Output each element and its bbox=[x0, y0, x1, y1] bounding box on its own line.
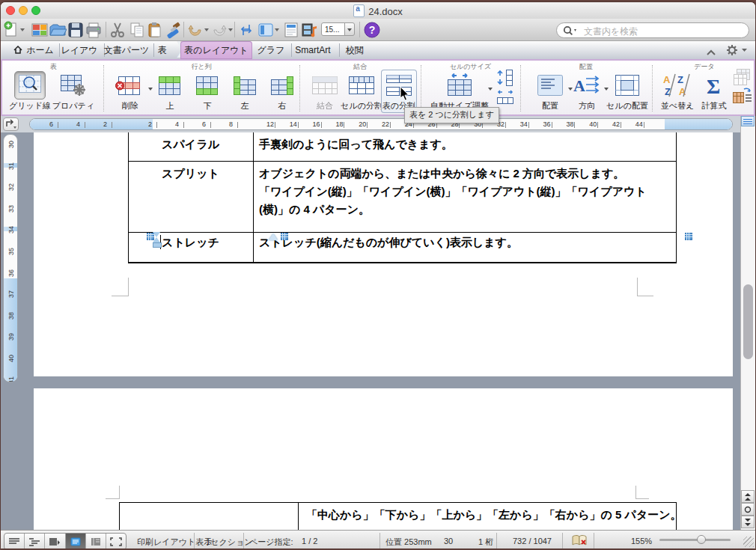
zoom-select-dropdown[interactable] bbox=[344, 22, 355, 36]
distribute-rows-button[interactable] bbox=[496, 68, 515, 88]
hruler-tick bbox=[390, 122, 391, 128]
window-resize-grip[interactable] bbox=[743, 537, 754, 547]
open-button[interactable] bbox=[49, 21, 67, 39]
print-button[interactable] bbox=[85, 21, 103, 39]
table-cell-desc[interactable]: (横)」の 4 パターン。 bbox=[259, 203, 370, 217]
outline-view-button[interactable] bbox=[25, 534, 45, 549]
svg-text:?: ? bbox=[369, 24, 376, 36]
document-elements-button[interactable] bbox=[282, 21, 300, 39]
hanging-indent-marker[interactable] bbox=[153, 237, 160, 242]
table-column-marker[interactable] bbox=[685, 233, 692, 240]
search-input[interactable] bbox=[582, 24, 743, 38]
new-document-button[interactable] bbox=[3, 21, 21, 39]
table-cell-desc[interactable]: 「ワイプイン(縦)」「ワイプイン(横)」「ワイプアウト(縦)」「ワイプアウト bbox=[259, 185, 647, 199]
help-button[interactable]: ? bbox=[363, 21, 381, 39]
search-icon[interactable] bbox=[563, 25, 578, 36]
collapse-ribbon-button[interactable] bbox=[706, 46, 716, 53]
table-cell-term[interactable]: スプリット bbox=[128, 167, 253, 181]
table-border bbox=[128, 232, 677, 233]
tab-0[interactable]: ホーム bbox=[11, 41, 56, 59]
cell-margins-icon bbox=[606, 71, 649, 100]
table-cell-term[interactable]: スパイラル bbox=[128, 138, 253, 152]
table-border bbox=[128, 161, 677, 162]
formula-button[interactable]: Σ 計算式 bbox=[697, 70, 731, 113]
copy-button[interactable] bbox=[128, 21, 146, 39]
gallery-button[interactable] bbox=[31, 21, 49, 39]
notebook-view-button[interactable] bbox=[86, 534, 106, 549]
char-count[interactable]: 732 / 1047 bbox=[513, 537, 552, 546]
page-indicator-label[interactable]: ページ指定: bbox=[249, 537, 293, 548]
view-layout-button[interactable] bbox=[257, 21, 275, 39]
view-mode-label[interactable]: 印刷レイアウト表示 bbox=[137, 537, 212, 548]
horizontal-ruler[interactable]: 6422468121416182022242628303234363840424… bbox=[29, 118, 733, 130]
undo-button[interactable] bbox=[186, 21, 204, 39]
first-line-indent-marker[interactable] bbox=[153, 232, 160, 237]
page-indicator-value[interactable]: 1 / 2 bbox=[302, 537, 317, 546]
status-separator bbox=[496, 533, 497, 549]
spelling-status-icon[interactable] bbox=[571, 534, 588, 549]
tab-active-4[interactable]: 表のレイアウト bbox=[180, 41, 252, 59]
ribbon-settings-gear-icon[interactable] bbox=[725, 44, 748, 56]
draft-view-button[interactable] bbox=[4, 534, 25, 549]
autofit-dropdown[interactable] bbox=[488, 88, 493, 91]
tab-5[interactable]: グラフ bbox=[254, 41, 288, 59]
ribbon-tab-bar: ホームレイアウト文書パーツ表❯表のレイアウトグラフSmartArt校閲 bbox=[1, 41, 755, 61]
select-browse-object-button[interactable] bbox=[741, 503, 755, 516]
show-marks-button[interactable] bbox=[237, 21, 255, 39]
paste-button[interactable] bbox=[146, 21, 164, 39]
tab-stop-selector[interactable] bbox=[3, 117, 19, 131]
formula-sigma-icon: Σ bbox=[697, 71, 731, 100]
document-canvas[interactable]: 303132333435363738394041 スパイラル 手裏剣のように回っ… bbox=[1, 132, 742, 530]
tab-2[interactable]: 文書パーツ bbox=[103, 41, 150, 59]
new-document-dropdown[interactable] bbox=[20, 28, 25, 31]
zoom-slider-thumb[interactable] bbox=[697, 535, 706, 544]
focus-view-button[interactable] bbox=[106, 534, 126, 549]
status-separator bbox=[243, 533, 244, 549]
tab-7[interactable]: 校閲 bbox=[338, 41, 372, 59]
vruler-number: 40 bbox=[7, 352, 15, 364]
split-window-handle[interactable] bbox=[741, 116, 755, 126]
section-label[interactable]: 1セクション bbox=[206, 537, 252, 548]
redo-dropdown[interactable] bbox=[228, 28, 233, 31]
search-field[interactable] bbox=[556, 22, 749, 38]
autofit-icon bbox=[425, 71, 494, 100]
text-boundary-mark bbox=[119, 486, 120, 499]
view-layout-dropdown[interactable] bbox=[275, 28, 279, 31]
tab-6[interactable]: SmartArt bbox=[290, 41, 336, 59]
format-painter-button[interactable] bbox=[164, 21, 182, 39]
cell-margins-button[interactable]: セルの配置 bbox=[606, 70, 649, 113]
previous-page-button[interactable] bbox=[741, 490, 755, 503]
cut-button[interactable] bbox=[109, 21, 126, 39]
table-properties-button[interactable]: プロパティ bbox=[52, 70, 95, 113]
hruler-number: 20 bbox=[359, 120, 366, 128]
table-column-marker[interactable] bbox=[281, 233, 288, 240]
table-cell-desc[interactable]: オブジェクトの両端から、または中央から徐々に 2 方向で表示します。 bbox=[259, 167, 624, 181]
zoom-slider-track[interactable] bbox=[659, 539, 731, 541]
table-cell-desc[interactable]: 手裏剣のように回って飛んできます。 bbox=[259, 138, 453, 152]
scrollbar-thumb[interactable] bbox=[743, 284, 753, 359]
table-cell-desc[interactable]: ストレッチ(縮んだものが伸びていく)表示します。 bbox=[259, 236, 518, 250]
save-button[interactable] bbox=[67, 21, 85, 39]
convert-table-button[interactable] bbox=[731, 88, 754, 107]
indent-triangle-marker[interactable] bbox=[269, 233, 278, 240]
next-page-button[interactable] bbox=[741, 516, 755, 528]
vertical-scrollbar[interactable] bbox=[740, 116, 755, 530]
left-indent-marker[interactable] bbox=[153, 242, 162, 248]
media-browser-button[interactable] bbox=[300, 21, 318, 39]
redo-button[interactable] bbox=[210, 21, 228, 39]
sort-az-icon: AZZA bbox=[658, 71, 697, 100]
vertical-ruler[interactable]: 303132333435363738394041 bbox=[3, 134, 18, 382]
svg-text:Σ: Σ bbox=[707, 75, 720, 97]
tab-3[interactable]: 表 bbox=[152, 41, 173, 59]
hruler-number: 2 bbox=[103, 120, 107, 128]
undo-dropdown[interactable] bbox=[204, 28, 209, 31]
distribute-columns-button[interactable] bbox=[496, 89, 515, 106]
title-bar: 24.docx bbox=[1, 2, 755, 19]
publishing-view-button[interactable] bbox=[45, 534, 65, 549]
table-cell-desc[interactable]: 「中心から」「下から」「上から」「左から」「右から」の 5 パターン。 bbox=[306, 508, 682, 522]
tab-1[interactable]: レイアウト bbox=[58, 41, 101, 59]
vruler-number: 36 bbox=[7, 267, 15, 279]
print-layout-view-button[interactable] bbox=[66, 534, 86, 549]
zoom-select[interactable]: 15... bbox=[321, 22, 345, 36]
split-cells-icon bbox=[340, 71, 383, 100]
